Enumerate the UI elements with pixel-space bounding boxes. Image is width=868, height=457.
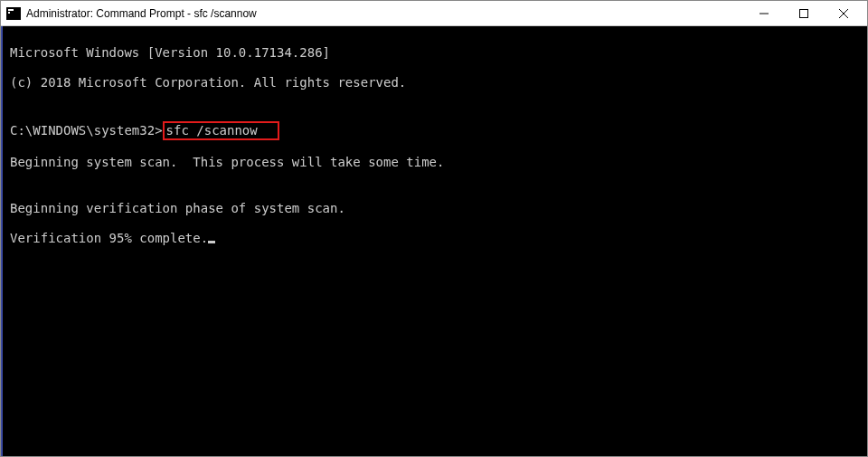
maximize-icon — [799, 9, 808, 18]
text-cursor — [208, 241, 215, 243]
cmd-icon — [6, 7, 21, 20]
minimize-icon — [760, 9, 769, 18]
command-highlight: sfc /scannow — [163, 121, 279, 140]
svg-rect-1 — [800, 9, 808, 17]
output-line: Verification 95% complete. — [10, 231, 208, 245]
output-line: (c) 2018 Microsoft Corporation. All righ… — [10, 75, 860, 90]
output-line: Beginning verification phase of system s… — [10, 201, 860, 216]
output-line: Beginning system scan. This process will… — [10, 155, 860, 170]
window-title: Administrator: Command Prompt - sfc /sca… — [26, 7, 739, 20]
minimize-button[interactable] — [744, 1, 784, 26]
close-button[interactable] — [824, 1, 863, 26]
close-icon — [839, 9, 848, 18]
command-prompt-window: Administrator: Command Prompt - sfc /sca… — [0, 0, 868, 457]
console-area[interactable]: Microsoft Windows [Version 10.0.17134.28… — [1, 26, 867, 456]
output-line: Microsoft Windows [Version 10.0.17134.28… — [10, 45, 860, 61]
command-text: sfc /scannow — [166, 123, 258, 138]
maximize-button[interactable] — [784, 1, 824, 26]
window-controls — [744, 1, 863, 25]
prompt: C:\WINDOWS\system32> — [10, 123, 163, 138]
titlebar: Administrator: Command Prompt - sfc /sca… — [1, 1, 867, 26]
